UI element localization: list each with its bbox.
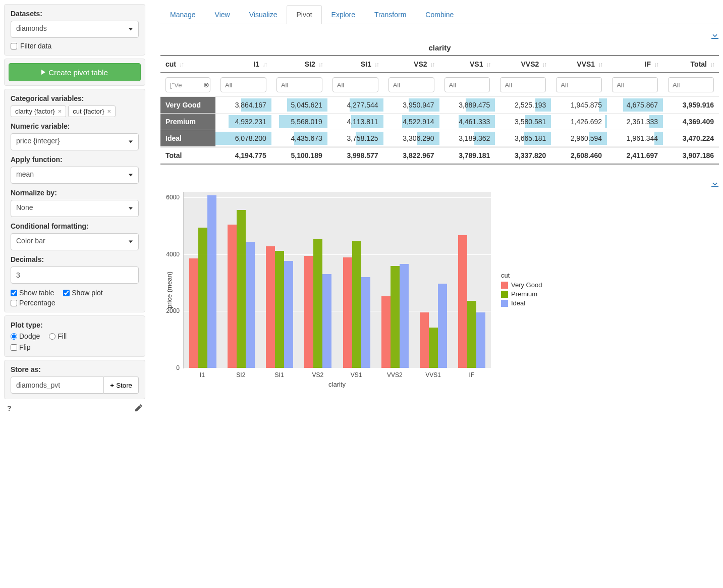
store-label: Store as: bbox=[11, 365, 139, 373]
sidebar: Datasets: diamonds Filter data Create pi… bbox=[4, 4, 145, 415]
datasets-label: Datasets: bbox=[11, 10, 139, 18]
sort-icon: ↓↑ bbox=[710, 61, 714, 68]
data-cell: 4,435.673 bbox=[271, 130, 327, 147]
tab-manage[interactable]: Manage bbox=[160, 5, 205, 24]
filter-input[interactable] bbox=[668, 77, 714, 92]
col-header[interactable]: SI2↓↑ bbox=[271, 55, 327, 73]
download-plot-icon[interactable] bbox=[711, 180, 719, 190]
chevron-down-icon bbox=[129, 141, 133, 143]
decimals-label: Decimals: bbox=[11, 255, 139, 263]
col-header[interactable]: VS1↓↑ bbox=[439, 55, 495, 73]
data-cell: 4,369.409 bbox=[663, 114, 719, 130]
data-cell: 3,189.362 bbox=[439, 130, 495, 147]
col-header[interactable]: I1↓↑ bbox=[215, 55, 271, 73]
col-header[interactable]: VS2↓↑ bbox=[383, 55, 439, 73]
normalize-select[interactable]: None bbox=[11, 200, 139, 217]
x-tick: SI2 bbox=[221, 368, 260, 379]
col-header[interactable]: VVS2↓↑ bbox=[495, 55, 551, 73]
datasets-select[interactable]: diamonds bbox=[11, 21, 139, 38]
totals-label: Total bbox=[160, 147, 215, 165]
sort-icon: ↓↑ bbox=[654, 61, 658, 68]
help-icon[interactable]: ? bbox=[7, 404, 12, 413]
col-header[interactable]: IF↓↑ bbox=[607, 55, 663, 73]
catvars-tags[interactable]: clarity {factor}× cut {factor}× bbox=[11, 105, 139, 117]
legend-swatch bbox=[501, 282, 508, 289]
create-pivot-button[interactable]: Create pivot table bbox=[9, 63, 141, 81]
filter-input[interactable] bbox=[220, 77, 266, 92]
store-button[interactable]: +Store bbox=[104, 377, 139, 394]
tag-clarity[interactable]: clarity {factor}× bbox=[11, 105, 66, 117]
clear-filter-icon[interactable]: ⊗ bbox=[203, 81, 209, 89]
filter-input[interactable] bbox=[444, 77, 490, 92]
create-panel: Create pivot table bbox=[4, 59, 145, 86]
tag-cut[interactable]: cut {factor}× bbox=[68, 105, 116, 117]
plottype-panel: Plot type: Dodge Fill Flip bbox=[4, 315, 145, 357]
normalize-label: Normalize by: bbox=[11, 189, 139, 197]
filter-input[interactable] bbox=[332, 77, 378, 92]
col-header[interactable]: VVS1↓↑ bbox=[551, 55, 607, 73]
chevron-down-icon bbox=[129, 174, 133, 177]
filter-input[interactable] bbox=[556, 77, 602, 92]
condfmt-select[interactable]: Color bar bbox=[11, 233, 139, 250]
filter-input[interactable] bbox=[500, 77, 546, 92]
bar-rect bbox=[343, 257, 352, 368]
x-tick: VS2 bbox=[299, 368, 337, 379]
data-cell: 2,361.333 bbox=[607, 114, 663, 130]
plottype-dodge-radio[interactable]: Dodge bbox=[11, 332, 40, 340]
bar-rect bbox=[228, 225, 237, 368]
legend-swatch bbox=[501, 300, 508, 307]
download-table-icon[interactable] bbox=[711, 31, 719, 41]
legend-item: Ideal bbox=[501, 299, 542, 307]
row-label: Very Good bbox=[160, 97, 215, 114]
plottype-fill-radio[interactable]: Fill bbox=[49, 332, 67, 340]
show-plot-check[interactable]: Show plot bbox=[63, 289, 102, 297]
tab-visualize[interactable]: Visualize bbox=[240, 5, 287, 24]
tab-explore[interactable]: Explore bbox=[322, 5, 365, 24]
filter-input[interactable] bbox=[612, 77, 658, 92]
plus-icon: + bbox=[110, 382, 114, 389]
close-icon[interactable]: × bbox=[107, 108, 112, 115]
data-cell: 4,522.914 bbox=[383, 114, 439, 130]
data-cell: 4,277.544 bbox=[327, 97, 383, 114]
tab-combine[interactable]: Combine bbox=[416, 5, 463, 24]
catvars-label: Categorical variables: bbox=[11, 94, 139, 102]
totals-cell: 4,194.775 bbox=[215, 147, 271, 165]
row-header[interactable]: cut↓↑ bbox=[160, 55, 215, 73]
data-cell: 2,960.594 bbox=[551, 130, 607, 147]
bar-rect bbox=[352, 241, 361, 368]
chevron-down-icon bbox=[129, 241, 133, 243]
x-tick: VVS1 bbox=[414, 368, 453, 379]
store-input[interactable] bbox=[11, 377, 104, 394]
chart-ylabel: price (mean) bbox=[165, 272, 173, 308]
sort-icon: ↓↑ bbox=[486, 61, 490, 68]
legend-label: Premium bbox=[511, 290, 537, 298]
applyfn-select[interactable]: mean bbox=[11, 167, 139, 184]
legend-swatch bbox=[501, 291, 508, 298]
show-table-check[interactable]: Show table bbox=[11, 289, 54, 297]
bar-rect bbox=[207, 195, 216, 368]
totals-row: Total4,194.7755,100.1893,998.5773,822.96… bbox=[160, 147, 719, 165]
filter-data-checkbox[interactable] bbox=[11, 43, 17, 49]
tab-transform[interactable]: Transform bbox=[365, 5, 416, 24]
y-tick: 0 bbox=[176, 364, 184, 371]
filter-input[interactable] bbox=[388, 77, 434, 92]
totals-cell: 3,907.186 bbox=[663, 147, 719, 165]
table-super-header: clarity bbox=[160, 43, 719, 52]
edit-icon[interactable] bbox=[135, 404, 142, 413]
decimals-input[interactable] bbox=[11, 266, 139, 284]
bar-rect bbox=[381, 296, 391, 368]
col-header[interactable]: SI1↓↑ bbox=[327, 55, 383, 73]
plottype-label: Plot type: bbox=[11, 321, 139, 329]
bar-rect bbox=[322, 274, 331, 368]
bar-group bbox=[222, 192, 260, 368]
filter-input[interactable] bbox=[276, 77, 322, 92]
tab-pivot[interactable]: Pivot bbox=[287, 5, 321, 24]
percentage-check[interactable]: Percentage bbox=[11, 299, 55, 307]
numvar-select[interactable]: price {integer} bbox=[11, 133, 139, 150]
sort-icon: ↓↑ bbox=[318, 61, 322, 68]
tab-view[interactable]: View bbox=[205, 5, 240, 24]
plottype-flip-check[interactable]: Flip bbox=[11, 343, 139, 351]
bar-rect bbox=[400, 264, 409, 368]
close-icon[interactable]: × bbox=[58, 108, 62, 115]
col-header-total[interactable]: Total↓↑ bbox=[663, 55, 719, 73]
